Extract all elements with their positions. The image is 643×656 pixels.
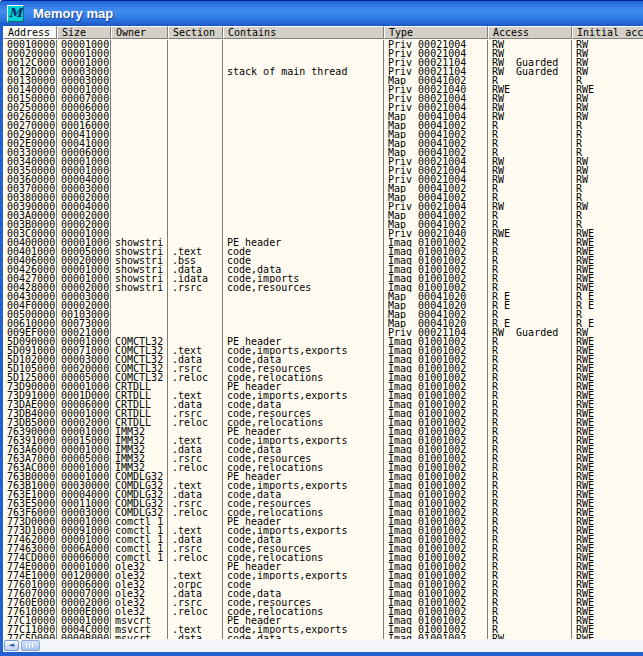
column-header-size[interactable]: Size: [57, 26, 111, 39]
table-row[interactable]: 73DB400000001000CRTDLL.rsrccode,resource…: [3, 409, 643, 418]
window-border-bottom: [0, 652, 643, 656]
cell-size: 0004C000: [57, 625, 111, 634]
table-row[interactable]: 73D910000001D000CRTDLL.textcode,imports,…: [3, 391, 643, 400]
table-row[interactable]: 0001000000001000Priv 00021004RWRW: [3, 40, 643, 49]
table-row[interactable]: 773D000000001000comctl_1PE headerImag 01…: [3, 517, 643, 526]
table-row[interactable]: 7760100000006000ole32.orpccodeImag 01001…: [3, 580, 643, 589]
table-row[interactable]: 763E100000004000COMDLG32.datacode,dataIm…: [3, 490, 643, 499]
table-row[interactable]: 003C000000001000Priv 00021040RWERWE: [3, 229, 643, 238]
column-header-contains[interactable]: Contains: [223, 26, 384, 39]
table-row[interactable]: 7746200000001000comctl_1.datacode,dataIm…: [3, 535, 643, 544]
table-row[interactable]: 0012C00000001000Priv 00021104RW GuardedR…: [3, 58, 643, 67]
table-row[interactable]: 7760700000007000ole32.datacode,dataImag …: [3, 589, 643, 598]
table-row[interactable]: 0027000000016000Map 00041002RR: [3, 121, 643, 130]
cell-section: .text: [168, 571, 223, 580]
cell-initial-access: RWE: [572, 481, 643, 490]
table-row[interactable]: 0037000000003000Map 00041002RR: [3, 184, 643, 193]
cell-initial-access: R: [572, 139, 643, 148]
table-row[interactable]: 0040600000020000showstri.bsscodeImag 010…: [3, 256, 643, 265]
table-row[interactable]: 77C110000004C000msvcrt.textcode,imports,…: [3, 625, 643, 634]
table-row[interactable]: 0033000000006000Map 00041002RR: [3, 148, 643, 157]
table-row[interactable]: 774E000000001000ole32PE headerImag 01001…: [3, 562, 643, 571]
table-row[interactable]: 0035000000001000Priv 00021004RWRW: [3, 166, 643, 175]
cell-contains: [223, 157, 384, 166]
table-row[interactable]: 5D12500000005000COMCTL32.reloccode,reloc…: [3, 373, 643, 382]
table-row[interactable]: 763E500000011000COMDLG32.rsrccode,resour…: [3, 499, 643, 508]
column-header-section[interactable]: Section: [168, 26, 223, 39]
cell-owner: showstri: [111, 247, 168, 256]
table-row[interactable]: 0042700000001000showstri.idatacode,impor…: [3, 274, 643, 283]
cell-type: Map 00041002: [384, 211, 488, 220]
horizontal-scrollbar[interactable]: ◄: [3, 639, 643, 652]
cell-initial-access: RWE: [572, 571, 643, 580]
table-row[interactable]: 004F000000002000Map 00041020R ER E: [3, 301, 643, 310]
cell-section: .reloc: [168, 508, 223, 517]
table-row[interactable]: 774630000006A000comctl_1.rsrccode,resour…: [3, 544, 643, 553]
table-row[interactable]: 763AC00000001000IMM32.reloccode,relocati…: [3, 463, 643, 472]
table-row[interactable]: 73DAE00000006000CRTDLL.datacode,dataImag…: [3, 400, 643, 409]
table-row[interactable]: 0013000000003000Map 00041002RR: [3, 76, 643, 85]
table-row[interactable]: 0040000000001000showstriPE headerImag 01…: [3, 238, 643, 247]
table-row[interactable]: 73D9000000001000CRTDLLPE headerImag 0100…: [3, 382, 643, 391]
column-header-owner[interactable]: Owner: [111, 26, 168, 39]
table-row[interactable]: 0050000000103000Map 00041002RR: [3, 310, 643, 319]
memory-map-icon[interactable]: M: [7, 5, 24, 22]
table-row[interactable]: 763B100000030000COMDLG32.textcode,import…: [3, 481, 643, 490]
column-header-address[interactable]: Address: [3, 26, 57, 39]
table-row[interactable]: 5D10500000020000COMCTL32.rsrccode,resour…: [3, 364, 643, 373]
table-row[interactable]: 0042600000001000showstri.datacode,dataIm…: [3, 265, 643, 274]
table-row[interactable]: 73DB500000002000CRTDLL.reloccode,relocat…: [3, 418, 643, 427]
column-header-access[interactable]: Access: [488, 26, 572, 39]
table-row[interactable]: 003B000000002000Map 00041002RR: [3, 220, 643, 229]
table-row[interactable]: 77C1000000001000msvcrtPE headerImag 0100…: [3, 616, 643, 625]
table-row[interactable]: 0034000000001000Priv 00021004RWRW: [3, 157, 643, 166]
table-row[interactable]: 763F600000003000COMDLG32.reloccode,reloc…: [3, 508, 643, 517]
table-row[interactable]: 002E000000041000Map 00041002RR: [3, 139, 643, 148]
table-row[interactable]: 0043000000003000Map 00041020R ER E: [3, 292, 643, 301]
table-row[interactable]: 774E100000120000ole32.textcode,imports,e…: [3, 571, 643, 580]
table-row[interactable]: 763B000000001000COMDLG32PE headerImag 01…: [3, 472, 643, 481]
table-row[interactable]: 7639000000001000IMM32PE headerImag 01001…: [3, 427, 643, 436]
cell-contains: code,imports,exports: [223, 436, 384, 445]
column-header-type[interactable]: Type: [384, 26, 488, 39]
table-row[interactable]: 776100000000E000ole32.reloccode,relocati…: [3, 607, 643, 616]
table-row[interactable]: 5D09100000071000COMCTL32.textcode,import…: [3, 346, 643, 355]
table-row[interactable]: 009EF00000021000Priv 00021104RW GuardedR…: [3, 328, 643, 337]
cell-initial-access: R E: [572, 301, 643, 310]
table-row[interactable]: 0014000000001000Priv 00021040RWERWE: [3, 85, 643, 94]
window-title: Memory map: [33, 1, 113, 27]
table-row[interactable]: 0015000000007000Priv 00021004RWRW: [3, 94, 643, 103]
cell-owner: [111, 40, 168, 49]
table-row[interactable]: 0061000000073000Map 00041020R ER E: [3, 319, 643, 328]
cell-access: R: [488, 346, 572, 355]
table-row[interactable]: 5D10200000003000COMCTL32.datacode,dataIm…: [3, 355, 643, 364]
table-row[interactable]: 003A000000002000Map 00041002RR: [3, 211, 643, 220]
table-row[interactable]: 0039000000004000Priv 00021004RWRW: [3, 202, 643, 211]
table-row[interactable]: 0012D00000003000stack of main threadPriv…: [3, 67, 643, 76]
cell-access: RW Guarded: [488, 58, 572, 67]
cell-section: [168, 427, 223, 436]
cell-initial-access: RW: [572, 40, 643, 49]
table-row[interactable]: 773D100000091000comctl_1.textcode,import…: [3, 526, 643, 535]
window-border-left: [0, 25, 3, 656]
scrollbar-thumb[interactable]: [21, 640, 40, 651]
cell-type: Imag 01001002: [384, 418, 488, 427]
table-row[interactable]: 7639100000015000IMM32.textcode,imports,e…: [3, 436, 643, 445]
table-row[interactable]: 763A700000005000IMM32.rsrccode,resources…: [3, 454, 643, 463]
table-row[interactable]: 0025000000006000Priv 00021004RWRW: [3, 103, 643, 112]
table-row[interactable]: 0042800000002000showstri.rsrccode,resour…: [3, 283, 643, 292]
table-row[interactable]: 0036000000004000Priv 00021004RWRW: [3, 175, 643, 184]
scroll-left-button[interactable]: ◄: [4, 640, 19, 651]
table-row[interactable]: 774CD00000006000comctl_1.reloccode,reloc…: [3, 553, 643, 562]
cell-type: Imag 01001002: [384, 508, 488, 517]
table-row[interactable]: 0029000000041000Map 00041002RR: [3, 130, 643, 139]
table-row[interactable]: 5D09000000001000COMCTL32PE headerImag 01…: [3, 337, 643, 346]
table-row[interactable]: 0026000000003000Map 00041004RWRW: [3, 112, 643, 121]
table-row[interactable]: 0038000000002000Map 00041002RR: [3, 193, 643, 202]
title-bar[interactable]: M Memory map: [0, 0, 643, 26]
table-row[interactable]: 7760E00000002000ole32.rsrccode,resources…: [3, 598, 643, 607]
table-row[interactable]: 0002000000001000Priv 00021004RWRW: [3, 49, 643, 58]
column-header-initial-access[interactable]: Initial acc: [572, 26, 643, 39]
table-row[interactable]: 0040100000005000showstri.textcodeImag 01…: [3, 247, 643, 256]
table-row[interactable]: 763A600000001000IMM32.datacode,dataImag …: [3, 445, 643, 454]
